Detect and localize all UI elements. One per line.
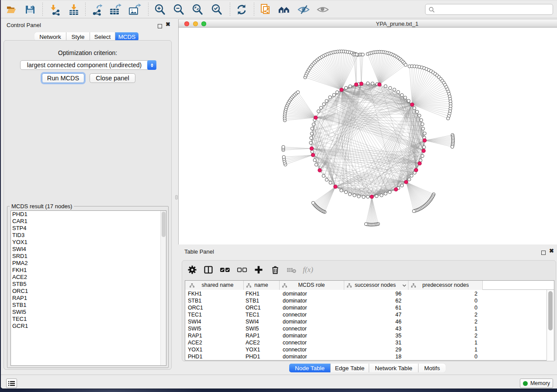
mcds-result-item[interactable]: SWI5 xyxy=(11,309,166,316)
mcds-result-item[interactable]: ACE2 xyxy=(11,274,166,281)
close-panel-button[interactable]: Close panel xyxy=(90,73,135,83)
mcds-result-item[interactable]: SRD1 xyxy=(11,253,166,260)
column-separator[interactable] xyxy=(279,281,280,290)
show-panels-button[interactable] xyxy=(6,378,17,388)
gear-icon[interactable] xyxy=(186,264,199,276)
deselect-all-icon[interactable] xyxy=(235,264,249,276)
network-canvas[interactable] xyxy=(179,28,557,244)
cell-shared-name: YOX1 xyxy=(188,346,240,353)
column-separator[interactable] xyxy=(408,281,408,290)
import-table-icon[interactable] xyxy=(67,3,80,16)
mcds-result-item[interactable]: TEC1 xyxy=(11,316,166,323)
tab-edge-table[interactable]: Edge Table xyxy=(331,364,369,372)
table-scrollbar[interactable] xyxy=(547,290,554,361)
tab-motifs[interactable]: Motifs xyxy=(419,364,446,372)
desktop: Control Panel ✖ NetworkStyleSelectMCDS O… xyxy=(0,0,557,392)
mcds-result-item[interactable]: PMA2 xyxy=(11,260,166,267)
mcds-result-list[interactable]: PHD1CAR1STP4TID3YOX1SWI4SRD1PMA2FKH1ACE2… xyxy=(10,210,166,366)
float-table-panel-icon[interactable] xyxy=(541,249,546,257)
close-panel-icon[interactable]: ✖ xyxy=(166,22,170,27)
mcds-list-scrollbar[interactable] xyxy=(160,211,166,365)
add-icon[interactable] xyxy=(252,264,265,276)
memory-status-icon xyxy=(523,381,528,386)
refresh-icon[interactable] xyxy=(235,3,248,16)
table-row[interactable]: RAP1RAP1dominator352 xyxy=(185,332,554,339)
cell-shared-name: STB1 xyxy=(188,297,240,304)
documents-share-icon[interactable] xyxy=(259,3,273,16)
cell-successor-nodes: 18 xyxy=(358,353,401,360)
select-all-icon[interactable] xyxy=(218,264,232,276)
table-row[interactable]: STB1STB1dominator620 xyxy=(185,297,554,304)
import-network-icon[interactable] xyxy=(49,3,62,16)
network-window-titlebar[interactable]: YPA_prune.txt_1 xyxy=(179,19,557,28)
memory-button[interactable]: Memory xyxy=(520,378,553,388)
mcds-panel: Optimization criterion: largest connecte… xyxy=(3,40,172,370)
cell-successor-nodes: 47 xyxy=(358,311,401,318)
network-window-title: YPA_prune.txt_1 xyxy=(362,20,432,28)
mcds-result-item[interactable]: TID3 xyxy=(11,232,166,239)
eye-slash-icon[interactable] xyxy=(297,3,310,16)
tab-node-table[interactable]: Node Table xyxy=(289,364,331,372)
vertical-splitter-handle[interactable] xyxy=(175,195,178,199)
mcds-result-item[interactable]: STB1 xyxy=(11,302,166,309)
column-header-predecessor-nodes[interactable]: predecessor nodes xyxy=(415,281,476,290)
criterion-dropdown[interactable]: largest connected component (undirected) xyxy=(20,60,156,70)
mcds-list-scrollbar-thumb[interactable] xyxy=(162,212,166,237)
run-mcds-button[interactable]: Run MCDS xyxy=(42,73,84,83)
table-row[interactable]: PHD1PHD1dominator180 xyxy=(185,353,554,360)
close-table-panel-icon[interactable]: ✖ xyxy=(549,249,554,253)
mcds-result-item[interactable]: RAP1 xyxy=(11,295,166,302)
table-row[interactable]: ACE2ACE2connector311 xyxy=(185,339,554,346)
tab-mcds[interactable]: MCDS xyxy=(115,32,138,41)
tab-select[interactable]: Select xyxy=(90,32,115,41)
folder-open-icon[interactable] xyxy=(5,3,18,16)
table-row[interactable]: SWI4SWI4dominator462 xyxy=(185,318,554,325)
export-image-icon[interactable] xyxy=(128,3,141,16)
mcds-result-item[interactable]: PHD1 xyxy=(11,211,166,218)
cell-mcds-role: dominator xyxy=(283,318,339,325)
mcds-result-item[interactable]: CAR1 xyxy=(11,218,166,225)
delete-icon[interactable] xyxy=(269,264,282,276)
mcds-result-item[interactable]: ORC1 xyxy=(11,288,166,295)
mcds-result-item[interactable]: FKH1 xyxy=(11,267,166,274)
float-panel-icon[interactable] xyxy=(158,22,162,30)
mcds-result-item[interactable]: GCR1 xyxy=(11,323,166,330)
column-header-successor-nodes[interactable]: successor nodes xyxy=(345,281,406,290)
column-separator[interactable] xyxy=(482,281,483,290)
table-row[interactable]: ORC1ORC1dominator610 xyxy=(185,304,554,311)
mcds-result-item[interactable]: STB5 xyxy=(11,281,166,288)
mcds-result-item[interactable]: YOX1 xyxy=(11,239,166,246)
minimize-window-icon[interactable] xyxy=(193,21,198,26)
column-separator[interactable] xyxy=(243,281,244,290)
table-row[interactable]: TEC1TEC1connector472 xyxy=(185,311,554,318)
column-view-icon[interactable] xyxy=(202,264,215,276)
zoom-in-icon[interactable] xyxy=(153,3,166,16)
close-window-icon[interactable] xyxy=(184,21,189,26)
search-box[interactable] xyxy=(425,4,553,15)
mcds-result-item[interactable]: STP4 xyxy=(11,225,166,232)
zoom-out-icon[interactable] xyxy=(172,3,185,16)
mcds-result-item[interactable]: SWI4 xyxy=(11,246,166,253)
houses-icon[interactable] xyxy=(278,3,291,16)
export-table-icon[interactable] xyxy=(109,3,122,16)
table-row[interactable]: FKH1FKH1dominator962 xyxy=(185,290,554,297)
tab-network[interactable]: Network xyxy=(35,32,66,41)
cell-mcds-role: dominator xyxy=(283,332,339,339)
save-icon[interactable] xyxy=(24,3,37,16)
tab-style[interactable]: Style xyxy=(66,32,90,41)
table-row[interactable]: YOX1YOX1connector291 xyxy=(185,346,554,353)
export-network-icon[interactable] xyxy=(91,3,104,16)
cell-successor-nodes: 29 xyxy=(358,346,401,353)
maximize-window-icon[interactable] xyxy=(201,21,206,26)
tab-network-table[interactable]: Network Table xyxy=(369,364,419,372)
table-scrollbar-thumb[interactable] xyxy=(548,291,553,330)
zoom-fit-icon[interactable] xyxy=(191,3,204,16)
column-separator[interactable] xyxy=(344,281,344,290)
vertical-splitter[interactable] xyxy=(175,19,178,375)
search-input[interactable] xyxy=(435,7,553,13)
column-header-MCDS-role[interactable]: MCDS role xyxy=(281,281,342,290)
zoom-selected-icon[interactable] xyxy=(210,3,223,16)
eye-icon[interactable] xyxy=(316,3,329,16)
table-row[interactable]: SWI5SWI5connector431 xyxy=(185,325,554,332)
cell-mcds-role: connector xyxy=(283,346,339,353)
